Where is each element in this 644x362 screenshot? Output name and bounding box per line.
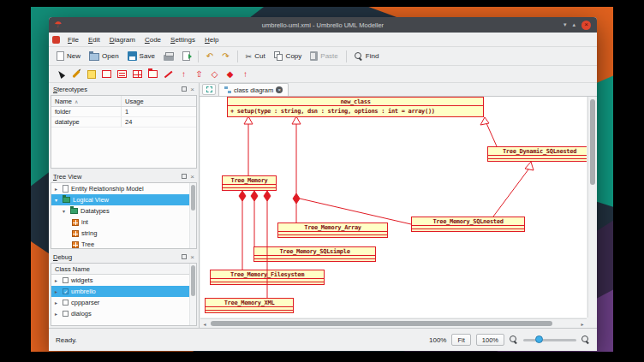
debug-list[interactable]: Class Name widgets umbrello cppparser di [51,263,197,326]
datatype-tool[interactable] [131,68,144,80]
close-panel-icon[interactable] [190,86,194,92]
checkbox[interactable] [63,311,69,317]
scrollbar-thumb[interactable] [211,321,552,326]
tab-class-diagram[interactable]: class diagram [218,83,289,96]
fit-button[interactable]: Fit [451,334,470,346]
close-button[interactable] [581,21,591,30]
expander-icon[interactable] [55,300,60,306]
scroll-right-icon[interactable] [578,321,587,327]
float-panel-icon[interactable] [182,86,187,92]
menu-edit[interactable]: Edit [84,34,104,45]
close-panel-icon[interactable] [190,174,194,180]
copy-button[interactable]: Copy [271,50,306,62]
menu-file[interactable]: File [63,34,83,45]
tree-item-string[interactable]: string [51,228,196,239]
tree-item-datatypes[interactable]: Datatypes [51,205,196,217]
stereotypes-table-header[interactable]: Name Usage [51,96,196,107]
find-button[interactable]: Find [351,50,383,62]
new-diagram-tab-button[interactable] [202,84,216,95]
stereotypes-table[interactable]: Name Usage folder 1 datatype 24 [51,95,197,169]
canvas-horizontal-scrollbar[interactable] [200,318,587,328]
generalization-tool[interactable] [193,68,206,80]
export-button[interactable] [179,50,194,62]
redo-button[interactable] [218,50,232,62]
package-tool[interactable] [146,68,159,80]
cut-button[interactable]: Cut [242,50,269,62]
expander-icon[interactable] [63,208,68,214]
menu-code[interactable]: Code [140,34,165,45]
new-button[interactable]: New [53,50,84,62]
scrollbar-thumb[interactable] [191,265,195,296]
tree-item-tree[interactable]: Tree [51,239,196,249]
debug-item-dialogs[interactable]: dialogs [51,308,196,319]
debug-item-cppparser[interactable]: cppparser [51,297,196,308]
uml-class-tree-memory[interactable]: Tree_Memory [222,175,277,191]
tree-view[interactable]: Entity Relationship Model Logical View D… [51,182,197,249]
float-panel-icon[interactable] [182,174,187,179]
scroll-left-icon[interactable] [200,321,209,327]
save-button[interactable]: Save [124,50,158,62]
toolbar-separator [198,50,199,62]
zoom-in-icon[interactable] [581,335,590,344]
expander-icon[interactable] [55,186,60,192]
menu-help[interactable]: Help [200,34,223,45]
select-tool[interactable] [54,68,67,80]
print-button[interactable] [160,50,177,62]
association-tool[interactable] [162,68,175,80]
note-tool[interactable] [85,68,98,80]
aggregation-tool[interactable] [208,68,221,80]
titlebar[interactable]: umbrello-uml.xmi - Umbrello UML Modeller [49,17,597,33]
canvas-vertical-scrollbar[interactable] [587,97,597,317]
scrollbar-thumb[interactable] [191,185,195,211]
expander-icon[interactable] [55,311,60,317]
tree-item-entity-relationship-model[interactable]: Entity Relationship Model [51,183,196,194]
tree-item-logical-view[interactable]: Logical View [51,194,196,205]
uml-class-tree-memory-sqlsimple[interactable]: Tree_Memory_SQLsimple [253,246,376,262]
uml-class-new-class[interactable]: new_class + setup(type : string, dsn : s… [227,97,484,117]
diagram-canvas[interactable]: new_class + setup(type : string, dsn : s… [200,97,587,317]
maximize-button[interactable] [572,21,575,28]
table-row[interactable]: folder 1 [51,107,196,117]
checkbox[interactable] [63,288,69,294]
tab-close-icon[interactable] [276,86,283,93]
menu-diagram[interactable]: Diagram [105,34,140,45]
menu-settings[interactable]: Settings [166,34,200,45]
uml-class-tree-dynamic-sqlnested[interactable]: Tree_Dynamic_SQLnested [487,146,587,162]
box-tool[interactable] [100,68,113,80]
uml-class-tree-memory-sqlnested[interactable]: Tree_Memory_SQLnested [411,217,525,232]
paste-button[interactable]: Paste [307,50,341,62]
zoom-slider[interactable] [523,339,576,341]
table-row[interactable]: datatype 24 [51,117,196,128]
pencil-tool[interactable] [69,68,82,80]
expander-icon[interactable] [55,288,60,294]
debug-item-widgets[interactable]: widgets [51,275,196,286]
document-icon [63,185,69,193]
uml-class-tree-memory-filesystem[interactable]: Tree_Memory_Filesystem [210,270,325,285]
tree-view-scrollbar[interactable] [189,183,196,248]
zoom-select-button[interactable]: 100% [476,334,504,346]
class-name: Tree_Memory_SQLnested [412,217,524,226]
float-panel-icon[interactable] [182,254,187,259]
open-button[interactable]: Open [86,50,122,62]
checkbox[interactable] [63,277,69,283]
debug-scrollbar[interactable] [189,264,196,325]
undo-button[interactable] [203,50,217,62]
column-name-label[interactable]: Name [55,98,72,105]
expander-icon[interactable] [55,197,60,203]
minimize-button[interactable] [564,21,567,28]
scrollbar-thumb[interactable] [590,99,595,185]
expander-icon[interactable] [55,277,60,283]
composition-tool[interactable] [224,68,236,80]
tree-item-int[interactable]: int [51,217,196,228]
debug-item-umbrello[interactable]: umbrello [51,286,196,297]
uml-class-tree-memory-xml[interactable]: Tree_Memory_XML [205,298,294,313]
dependency-tool[interactable] [239,68,252,80]
zoom-slider-handle[interactable] [535,335,543,343]
close-panel-icon[interactable] [190,254,194,260]
uml-class-tree-memory-array[interactable]: Tree_Memory_Array [277,223,388,238]
column-usage-label[interactable]: Usage [122,98,196,105]
zoom-out-icon[interactable] [510,335,518,344]
checkbox[interactable] [63,300,69,306]
directed-association-tool[interactable] [177,68,190,80]
class-tool[interactable] [116,68,128,80]
